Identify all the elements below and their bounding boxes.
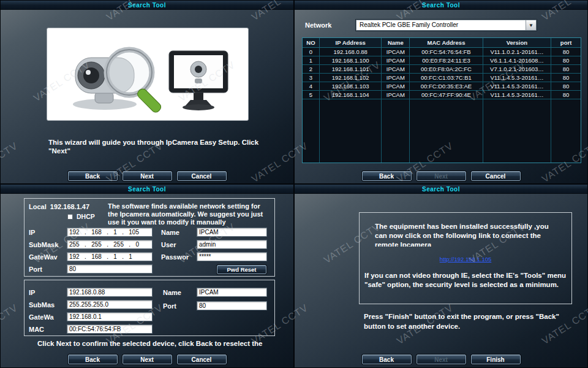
back-button[interactable]: Back	[362, 171, 412, 181]
dropdown-arrow-icon[interactable]: ▼	[526, 20, 536, 30]
ip-input[interactable]	[67, 288, 153, 297]
device-table-cell: 192.168.1.101	[320, 65, 382, 73]
back-button[interactable]: Back	[362, 355, 412, 364]
device-table-cell: 4	[303, 82, 320, 90]
port-label: Port	[29, 266, 42, 273]
device-table-cell: 192.168.0.88	[320, 48, 382, 56]
device-table: NO IP Address Name MAC Address Version p…	[302, 37, 581, 163]
device-table-cell: 192.168.1.100	[320, 56, 382, 64]
monitor-icon	[167, 49, 230, 113]
next-button[interactable]: Next	[123, 355, 172, 364]
network-label: Network	[305, 21, 331, 29]
finish-panel: Search Tool The equipment has been insta…	[294, 184, 588, 368]
title-bar: Search Tool	[1, 1, 293, 10]
device-table-cell: 80	[551, 82, 581, 90]
dhcp-checkbox[interactable]	[67, 214, 73, 220]
gateway-input[interactable]	[67, 252, 153, 261]
device-table-cell: 3	[303, 74, 320, 82]
exit-note: Press "Finish" button to exit the progra…	[364, 312, 571, 331]
device-link[interactable]: http://192.168.1.105	[360, 256, 571, 263]
camera-search-icon	[57, 40, 183, 114]
port-label: Port	[163, 302, 176, 310]
title-bar: Search Tool	[295, 185, 587, 194]
cancel-button[interactable]: Cancel	[177, 171, 227, 181]
network-config-panel: Search Tool Local 192.168.1.47 DHCP The …	[0, 184, 294, 368]
app: Search Tool	[0, 0, 588, 368]
dhcp-label: DHCP	[77, 213, 95, 220]
next-button[interactable]: Next	[417, 355, 466, 364]
port-input[interactable]	[67, 264, 153, 274]
title-bar: Search Tool	[295, 1, 587, 10]
device-table-cell: IPCAM	[382, 82, 410, 90]
back-button[interactable]: Back	[68, 171, 118, 181]
network-select[interactable]: Realtek PCIe GBE Family Controller ▼	[356, 20, 537, 31]
device-table-cell: 192.168.1.102	[320, 74, 382, 82]
mac-input[interactable]	[67, 324, 153, 334]
cancel-button[interactable]: Cancel	[177, 355, 227, 364]
submask-input[interactable]	[67, 300, 153, 309]
device-table-cell: V11.1.4.5.3-20161…	[483, 82, 552, 90]
cancel-button[interactable]: Cancel	[471, 171, 521, 181]
device-table-cell: V11.1.4.5.3-20161…	[483, 91, 552, 99]
device-table-body: 0192.168.0.88IPCAM00:FC:54:76:54:FBV11.1…	[303, 48, 581, 99]
device-table-cell: 00:FC:47:FF:90:4E	[410, 91, 483, 99]
ip-input[interactable]	[67, 228, 153, 237]
name-input[interactable]	[197, 228, 267, 237]
device-table-cell: 1	[303, 56, 320, 64]
gateway-input[interactable]	[67, 312, 153, 321]
device-table-cell: 5	[303, 91, 320, 99]
network-select-value: Realtek PCIe GBE Family Controller	[356, 20, 526, 30]
device-table-cell: IPCAM	[382, 65, 410, 73]
local-ip-value: 192.168.1.47	[50, 203, 89, 210]
name-input[interactable]	[197, 288, 267, 297]
search-button-row: Back Next Cancel	[295, 171, 587, 181]
device-table-row[interactable]: 0192.168.0.88IPCAM00:FC:54:76:54:FBV11.1…	[303, 48, 581, 56]
user-input[interactable]	[197, 240, 267, 249]
config-button-row: Back Next Cancel	[1, 355, 293, 364]
finish-button-row: Back Next Finish	[295, 355, 587, 364]
window-title: Search Tool	[422, 2, 460, 9]
device-search-panel: Search Tool Network Realtek PCIe GBE Fam…	[294, 0, 588, 184]
device-table-cell: IPCAM	[382, 74, 410, 82]
next-button[interactable]: Next	[417, 171, 466, 181]
device-table-row[interactable]: 3192.168.1.102IPCAM00:FC:C1:03:7C:B1V11.…	[303, 74, 581, 82]
device-table-cell: 0	[303, 48, 320, 56]
device-table-empty-area	[303, 99, 581, 163]
device-table-cell: 00:FC:D0:35:E3:AE	[410, 82, 483, 90]
ip-label: IP	[29, 229, 35, 236]
column-header: port	[551, 38, 581, 47]
wizard-button-row: Back Next Cancel	[1, 171, 293, 181]
column-header: NO	[303, 38, 320, 47]
user-label: User	[161, 241, 176, 248]
back-button[interactable]: Back	[68, 355, 118, 364]
next-button[interactable]: Next	[123, 171, 172, 181]
password-input[interactable]	[197, 252, 267, 261]
device-table-cell: 00:FC:C1:03:7C:B1	[410, 74, 483, 82]
window-title: Search Tool	[422, 186, 460, 193]
config-footer-note: Click Next to confirm the selected devic…	[37, 339, 263, 348]
column-header: Version	[483, 38, 552, 47]
ip-label: IP	[29, 289, 35, 296]
device-table-cell: 80	[551, 91, 581, 99]
device-table-header: NO IP Address Name MAC Address Version p…	[303, 38, 581, 48]
device-table-row[interactable]: 5192.168.1.104IPCAM00:FC:47:FF:90:4EV11.…	[303, 91, 581, 99]
column-header: Name	[382, 38, 410, 47]
device-table-cell: 2	[303, 65, 320, 73]
finish-button[interactable]: Finish	[471, 355, 521, 364]
device-table-cell: 80	[551, 48, 581, 56]
ie-note: If you can not video through IE, select …	[364, 271, 568, 289]
device-table-cell: V7.1.0.2.1-201603…	[483, 65, 552, 73]
device-table-row[interactable]: 1192.168.1.100IPCAM00:E0:F8:24:11:E3V6.1…	[303, 56, 581, 65]
wizard-intro-panel: Search Tool	[0, 0, 294, 184]
submask-input[interactable]	[67, 240, 153, 249]
device-table-row[interactable]: 2192.168.1.101IPCAM00:E0:F8:0A:2C:FCV7.1…	[303, 65, 581, 74]
device-table-cell: 192.168.1.104	[320, 91, 382, 99]
gateway-label: GateWa	[29, 313, 54, 321]
device-table-cell: V11.1.4.5.3-20161…	[483, 74, 552, 82]
pwd-reset-button[interactable]: Pwd Reset	[217, 265, 266, 274]
port-input[interactable]	[197, 301, 267, 310]
name-label: Name	[161, 229, 179, 236]
gateway-label: GateWav	[29, 253, 58, 261]
name-label: Name	[163, 289, 181, 296]
device-table-row[interactable]: 4192.168.1.103IPCAM00:FC:D0:35:E3:AEV11.…	[303, 82, 581, 91]
